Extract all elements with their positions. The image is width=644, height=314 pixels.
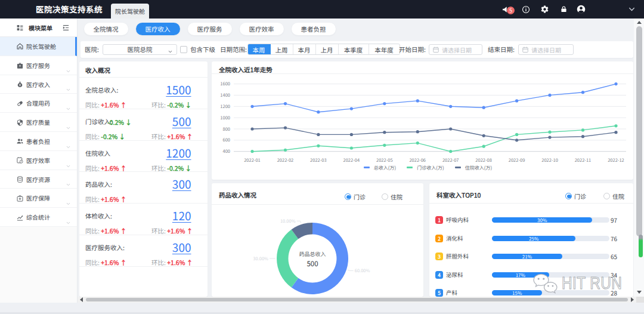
bottom-strip <box>0 303 644 314</box>
top10-row-3: 3 肝胆外科 21% 65 <box>429 250 633 264</box>
chevron-expand-icon <box>66 63 71 68</box>
radio-label: 门诊 <box>574 192 586 201</box>
period-button-4[interactable]: 上月 <box>316 44 339 55</box>
info-icon[interactable] <box>522 0 530 19</box>
hospital-label: 医院: <box>85 41 99 58</box>
period-button-3[interactable]: 本月 <box>293 44 316 55</box>
scroll-right-arrow[interactable] <box>631 297 634 302</box>
svg-text:500: 500 <box>306 258 318 268</box>
dept-name: 呼吸内科 <box>446 216 469 224</box>
scroll-up-arrow[interactable] <box>637 21 642 24</box>
date-range-label: 日期范围: <box>220 41 247 58</box>
scroll-left-arrow[interactable] <box>80 297 83 302</box>
legend-item[interactable]: 住院收入(万) <box>455 164 492 171</box>
svg-text:2022-11: 2022-11 <box>575 156 592 163</box>
vertical-scrollbar[interactable] <box>634 19 644 297</box>
drug-radio-2[interactable]: 住院 <box>382 192 402 201</box>
start-date-input[interactable]: 请选择日期 <box>429 44 482 55</box>
sidebar-item-8[interactable]: 医疗资源 <box>0 170 77 189</box>
sidebar-item-4[interactable]: 合理用药 <box>0 94 77 113</box>
drug-radio-1[interactable]: 门诊 <box>345 192 366 201</box>
stat-mom: 环比: -0.2% ↓ <box>151 164 191 173</box>
stat-mom: 环比: -0.2% ↓ <box>151 100 191 109</box>
tab-1[interactable]: 全院情况 <box>84 23 128 35</box>
menu-grid-icon <box>16 24 24 32</box>
horizontal-scrollbar[interactable] <box>78 297 636 303</box>
sidebar-item-5[interactable]: 医疗质量 <box>0 113 77 132</box>
scroll-down-arrow[interactable] <box>637 291 642 294</box>
legend-item[interactable]: 门诊收入(万) <box>407 164 444 171</box>
stat-label: 体检收入: <box>85 211 112 220</box>
dept-bar-fill: 17% <box>492 272 549 278</box>
radio-label: 住院 <box>391 192 402 201</box>
calendar-icon <box>432 46 439 53</box>
stat-value-link[interactable]: 300 <box>172 177 191 190</box>
sidebar-item-label: 医疗效率 <box>26 151 50 170</box>
hospital-select[interactable]: 医院总院 <box>103 44 177 55</box>
svg-text:1200: 1200 <box>220 103 230 109</box>
dept-bar-percent: 25% <box>492 236 575 241</box>
include-sub-label[interactable]: 包含下级 <box>190 41 215 58</box>
sidebar-item-6[interactable]: 患者负担 <box>0 132 77 151</box>
stat-yoy: 同比: +1.6% ↑ <box>85 164 126 173</box>
svg-text:2022-05: 2022-05 <box>376 156 393 163</box>
period-button-1[interactable]: 本周 <box>248 44 271 55</box>
stat-value-link[interactable]: 500 <box>172 115 191 127</box>
tab-4[interactable]: 医疗效率 <box>240 23 284 35</box>
end-date-input[interactable]: 请选择日期 <box>518 44 574 55</box>
gear-icon[interactable] <box>540 0 549 19</box>
svg-text:2022-03: 2022-03 <box>310 156 327 163</box>
vertical-scrollbar-thumb[interactable] <box>636 26 642 236</box>
drug-income-panel: 药品收入情况 门诊住院 60.00%30.00%10.00%药品总收入500 <box>212 183 423 297</box>
avatar-icon[interactable] <box>576 0 586 19</box>
radio-label: 住院 <box>612 192 624 201</box>
stat-value-link[interactable]: 300 <box>172 241 191 253</box>
tab-5[interactable]: 患者负担 <box>292 23 336 35</box>
sidebar: 院长驾驶舱 医疗服务 医疗收入 合理用药 医疗质量 患者负担 医疗效率 医疗资源… <box>0 19 78 314</box>
sidebar-item-label: 医疗服务 <box>26 56 50 75</box>
svg-text:30.00%: 30.00% <box>253 255 268 261</box>
period-button-5[interactable]: 本季度 <box>339 44 369 55</box>
sidebar-item-10[interactable]: 综合统计 <box>0 208 77 227</box>
select-chevron-icon <box>168 47 173 57</box>
top10-radio-1[interactable]: 门诊 <box>565 192 586 201</box>
stat-value-link[interactable]: 120 <box>172 209 191 221</box>
shield-icon <box>16 119 24 127</box>
header-tab-cockpit[interactable]: 院长驾驶舱 <box>111 4 149 19</box>
sidebar-item-3[interactable]: 医疗收入 <box>0 75 77 94</box>
income-overview-panel: 收入概况 全院总收入:1500同比: +1.6% ↑环比: -0.2% ↓门诊收… <box>79 61 208 297</box>
stat-value-link[interactable]: 1200 <box>166 146 191 159</box>
svg-text:2022-12: 2022-12 <box>608 156 624 163</box>
stat-value-link[interactable]: 1500 <box>166 83 191 96</box>
dept-value: 28 <box>611 289 617 297</box>
sidebar-item-7[interactable]: 医疗效率 <box>0 151 77 170</box>
tab-2[interactable]: 医疗收入 <box>136 23 180 35</box>
collapse-menu-icon[interactable] <box>62 24 70 32</box>
green-scroll-indicator <box>639 235 643 257</box>
stat-row-2: 门诊收入:-0.2% ↓500同比: -0.2% ↓环比: +1.6% ↑ <box>79 109 208 141</box>
end-date-placeholder: 请选择日期 <box>531 45 561 54</box>
sidebar-item-2[interactable]: 医疗服务 <box>0 56 77 75</box>
dept-value: 97 <box>611 216 617 224</box>
top10-radio-2[interactable]: 住院 <box>603 192 624 201</box>
include-sub-checkbox[interactable] <box>180 46 187 53</box>
period-button-6[interactable]: 本年度 <box>369 44 400 55</box>
dept-bar-percent: 30% <box>492 217 592 223</box>
sidebar-item-9[interactable]: 医疗保障 <box>0 189 77 208</box>
chevron-down-icon[interactable] <box>628 0 636 19</box>
svg-text:400: 400 <box>223 147 231 154</box>
dept-bar-track: 17% <box>492 272 609 278</box>
dept-bar-fill: 15% <box>492 290 542 295</box>
svg-text:2022-02: 2022-02 <box>277 156 294 163</box>
sidebar-item-label: 医疗收入 <box>26 75 50 94</box>
sidebar-item-label: 院长驾驶舱 <box>26 37 56 56</box>
horizontal-scrollbar-thumb[interactable] <box>86 298 628 302</box>
tab-3[interactable]: 医疗服务 <box>188 23 232 35</box>
sidebar-item-1[interactable]: 院长驾驶舱 <box>0 37 77 56</box>
dept-top10-panel: 科室收入TOP10 门诊住院 1 呼吸内科 30% 972 消化科 25% 76… <box>429 183 633 297</box>
period-button-2[interactable]: 上周 <box>271 44 293 55</box>
sidebar-menu: 院长驾驶舱 医疗服务 医疗收入 合理用药 医疗质量 患者负担 医疗效率 医疗资源… <box>0 19 77 227</box>
lock-icon[interactable] <box>560 0 568 19</box>
stat-mom: 环比: +1.6% ↑ <box>151 226 193 235</box>
legend-item[interactable]: 总收入(万) <box>364 164 396 171</box>
